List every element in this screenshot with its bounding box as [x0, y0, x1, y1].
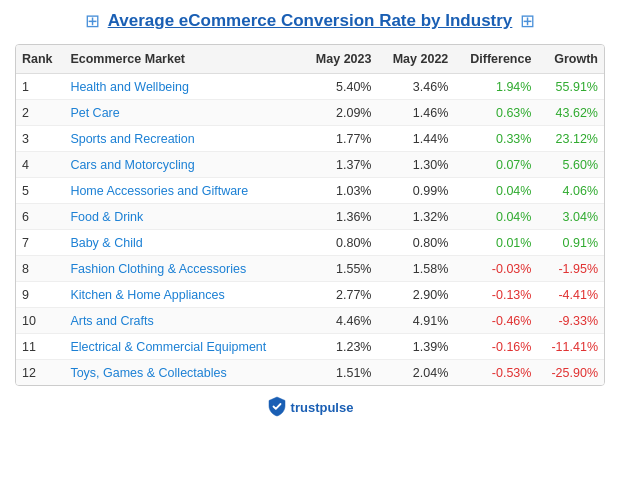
cell-rank: 1 — [16, 74, 64, 100]
cell-difference: -0.16% — [454, 334, 537, 360]
cell-growth: 55.91% — [537, 74, 604, 100]
table-row: 6 Food & Drink 1.36% 1.32% 0.04% 3.04% — [16, 204, 604, 230]
page-title: Average eCommerce Conversion Rate by Ind… — [108, 11, 513, 31]
cell-may2022: 2.04% — [377, 360, 454, 386]
cell-may2022: 4.91% — [377, 308, 454, 334]
cell-difference: 1.94% — [454, 74, 537, 100]
market-link[interactable]: Food & Drink — [70, 210, 143, 224]
market-link[interactable]: Arts and Crafts — [70, 314, 153, 328]
col-may2023: May 2023 — [301, 45, 378, 74]
cell-may2022: 2.90% — [377, 282, 454, 308]
cell-market: Toys, Games & Collectables — [64, 360, 300, 386]
cell-growth: -1.95% — [537, 256, 604, 282]
market-link[interactable]: Sports and Recreation — [70, 132, 194, 146]
cell-difference: 0.63% — [454, 100, 537, 126]
col-rank: Rank — [16, 45, 64, 74]
table-row: 9 Kitchen & Home Appliances 2.77% 2.90% … — [16, 282, 604, 308]
table-row: 3 Sports and Recreation 1.77% 1.44% 0.33… — [16, 126, 604, 152]
cell-growth: 5.60% — [537, 152, 604, 178]
cell-difference: 0.04% — [454, 204, 537, 230]
market-link[interactable]: Baby & Child — [70, 236, 142, 250]
corner-icon-right: ⊞ — [520, 10, 535, 32]
cell-may2023: 5.40% — [301, 74, 378, 100]
cell-may2022: 0.80% — [377, 230, 454, 256]
cell-may2023: 1.37% — [301, 152, 378, 178]
cell-may2023: 2.77% — [301, 282, 378, 308]
cell-market: Baby & Child — [64, 230, 300, 256]
cell-may2022: 3.46% — [377, 74, 454, 100]
cell-difference: 0.33% — [454, 126, 537, 152]
cell-market: Kitchen & Home Appliances — [64, 282, 300, 308]
cell-may2022: 1.44% — [377, 126, 454, 152]
market-link[interactable]: Fashion Clothing & Accessories — [70, 262, 246, 276]
corner-icon-left: ⊞ — [85, 10, 100, 32]
market-link[interactable]: Pet Care — [70, 106, 119, 120]
market-link[interactable]: Home Accessories and Giftware — [70, 184, 248, 198]
cell-rank: 11 — [16, 334, 64, 360]
table-row: 11 Electrical & Commercial Equipment 1.2… — [16, 334, 604, 360]
market-link[interactable]: Cars and Motorcycling — [70, 158, 194, 172]
cell-may2023: 1.77% — [301, 126, 378, 152]
cell-may2023: 1.23% — [301, 334, 378, 360]
cell-market: Fashion Clothing & Accessories — [64, 256, 300, 282]
cell-may2023: 4.46% — [301, 308, 378, 334]
cell-may2022: 1.39% — [377, 334, 454, 360]
cell-rank: 5 — [16, 178, 64, 204]
cell-growth: -9.33% — [537, 308, 604, 334]
cell-rank: 12 — [16, 360, 64, 386]
cell-market: Food & Drink — [64, 204, 300, 230]
cell-market: Electrical & Commercial Equipment — [64, 334, 300, 360]
cell-market: Arts and Crafts — [64, 308, 300, 334]
cell-growth: 23.12% — [537, 126, 604, 152]
cell-growth: 3.04% — [537, 204, 604, 230]
brand-name: trustpulse — [291, 400, 354, 415]
market-link[interactable]: Health and Wellbeing — [70, 80, 189, 94]
cell-may2022: 1.30% — [377, 152, 454, 178]
market-link[interactable]: Electrical & Commercial Equipment — [70, 340, 266, 354]
footer: trustpulse — [15, 396, 605, 418]
col-growth: Growth — [537, 45, 604, 74]
cell-may2022: 1.46% — [377, 100, 454, 126]
table-row: 2 Pet Care 2.09% 1.46% 0.63% 43.62% — [16, 100, 604, 126]
table-row: 12 Toys, Games & Collectables 1.51% 2.04… — [16, 360, 604, 386]
cell-may2023: 1.03% — [301, 178, 378, 204]
cell-difference: 0.01% — [454, 230, 537, 256]
cell-may2023: 1.51% — [301, 360, 378, 386]
cell-difference: 0.07% — [454, 152, 537, 178]
cell-rank: 10 — [16, 308, 64, 334]
table-row: 4 Cars and Motorcycling 1.37% 1.30% 0.07… — [16, 152, 604, 178]
cell-market: Pet Care — [64, 100, 300, 126]
cell-rank: 4 — [16, 152, 64, 178]
data-table: Rank Ecommerce Market May 2023 May 2022 … — [16, 45, 604, 385]
cell-difference: 0.04% — [454, 178, 537, 204]
cell-may2023: 2.09% — [301, 100, 378, 126]
cell-may2023: 1.55% — [301, 256, 378, 282]
cell-may2022: 0.99% — [377, 178, 454, 204]
table-row: 5 Home Accessories and Giftware 1.03% 0.… — [16, 178, 604, 204]
cell-rank: 8 — [16, 256, 64, 282]
cell-growth: 43.62% — [537, 100, 604, 126]
table-header-row: Rank Ecommerce Market May 2023 May 2022 … — [16, 45, 604, 74]
table-container: Rank Ecommerce Market May 2023 May 2022 … — [15, 44, 605, 386]
col-market: Ecommerce Market — [64, 45, 300, 74]
cell-market: Cars and Motorcycling — [64, 152, 300, 178]
cell-growth: -11.41% — [537, 334, 604, 360]
trustpulse-logo: trustpulse — [267, 396, 354, 418]
table-row: 8 Fashion Clothing & Accessories 1.55% 1… — [16, 256, 604, 282]
cell-rank: 6 — [16, 204, 64, 230]
cell-rank: 9 — [16, 282, 64, 308]
cell-may2022: 1.58% — [377, 256, 454, 282]
table-row: 10 Arts and Crafts 4.46% 4.91% -0.46% -9… — [16, 308, 604, 334]
market-link[interactable]: Kitchen & Home Appliances — [70, 288, 224, 302]
cell-may2023: 0.80% — [301, 230, 378, 256]
cell-growth: 4.06% — [537, 178, 604, 204]
cell-market: Health and Wellbeing — [64, 74, 300, 100]
title-container: ⊞ Average eCommerce Conversion Rate by I… — [15, 10, 605, 32]
table-row: 7 Baby & Child 0.80% 0.80% 0.01% 0.91% — [16, 230, 604, 256]
market-link[interactable]: Toys, Games & Collectables — [70, 366, 226, 380]
cell-market: Sports and Recreation — [64, 126, 300, 152]
cell-growth: 0.91% — [537, 230, 604, 256]
cell-market: Home Accessories and Giftware — [64, 178, 300, 204]
cell-rank: 3 — [16, 126, 64, 152]
cell-rank: 2 — [16, 100, 64, 126]
